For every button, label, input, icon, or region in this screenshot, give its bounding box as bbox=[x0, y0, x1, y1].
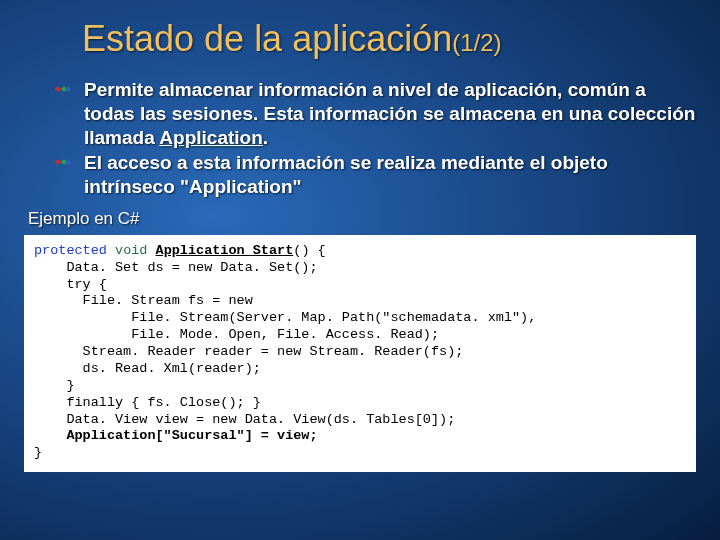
bullet-list: Permite almacenar información a nivel de… bbox=[52, 78, 698, 199]
keyword-application: Application bbox=[159, 127, 262, 148]
title-main: Estado de la aplicación bbox=[82, 18, 452, 59]
bullet-text: El acceso a esta información se realiza … bbox=[84, 151, 698, 199]
list-item: Permite almacenar información a nivel de… bbox=[52, 78, 698, 149]
slide-title: Estado de la aplicación(1/2) bbox=[82, 18, 698, 60]
bullet-icon bbox=[52, 82, 74, 100]
bullet-text: Permite almacenar información a nivel de… bbox=[84, 78, 698, 149]
title-suffix: (1/2) bbox=[452, 29, 501, 56]
list-item: El acceso a esta información se realiza … bbox=[52, 151, 698, 199]
example-label: Ejemplo en C# bbox=[28, 209, 698, 229]
code-block: protected void Application_Start() { Dat… bbox=[24, 235, 696, 472]
bullet-icon bbox=[52, 155, 74, 173]
